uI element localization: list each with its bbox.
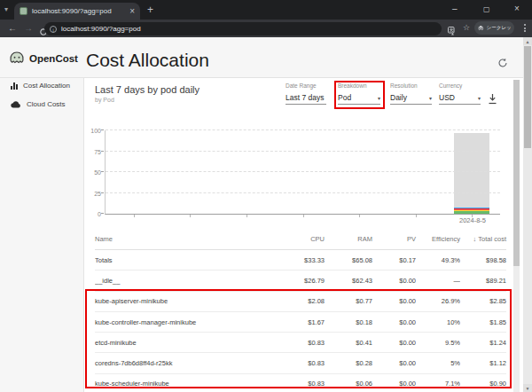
- table-row[interactable]: __idle__$26.79$62.43$0.00—$89.21: [95, 270, 506, 291]
- address-bar[interactable]: i localhost:9090/?agg=pod: [44, 22, 442, 35]
- cell-cpu: $0.83: [271, 359, 325, 367]
- y-tick-label: 100: [78, 128, 101, 134]
- cell-pv: $0.00: [372, 380, 416, 388]
- y-tick-label: 50: [78, 169, 101, 176]
- cell-name: coredns-7db6d8ff4d-r25kk: [95, 359, 271, 367]
- cell-pv: $0.00: [372, 318, 416, 326]
- report-title: Last 7 days by pod daily: [95, 84, 200, 95]
- url-text[interactable]: localhost:9090/?agg=pod: [61, 25, 141, 33]
- bookmark-star-icon[interactable]: ☆: [463, 23, 470, 32]
- resolution-value: Daily: [390, 93, 407, 102]
- currency-select[interactable]: Currency USD▾: [439, 82, 481, 105]
- cell-cpu: $0.83: [271, 380, 325, 388]
- cell-total: $89.21: [460, 277, 506, 285]
- window-minimize-button[interactable]: –: [452, 4, 458, 14]
- sidebar: [0, 78, 84, 392]
- forward-icon[interactable]: →: [24, 23, 33, 34]
- table-row[interactable]: kube-controller-manager-minikube$1.67$0.…: [95, 312, 506, 333]
- col-header-pv[interactable]: PV: [372, 235, 416, 243]
- browser-scrollbar[interactable]: ▲ ▼: [523, 37, 532, 392]
- incognito-label: シークレット: [487, 25, 511, 31]
- refresh-button[interactable]: [497, 56, 508, 72]
- cell-pv: $0.00: [372, 297, 416, 305]
- table-row[interactable]: coredns-7db6d8ff4d-r25kk$0.83$0.28$0.005…: [95, 353, 506, 373]
- cell-total: $1.85: [460, 318, 506, 326]
- cell-pv: $0.17: [372, 256, 416, 264]
- col-header-efficiency[interactable]: Efficiency: [416, 235, 460, 243]
- table-row[interactable]: kube-apiserver-minikube$2.08$0.77$0.0026…: [95, 292, 506, 312]
- cell-total: $98.58: [460, 256, 506, 264]
- table-row[interactable]: kube-scheduler-minikube$0.83$0.06$0.007.…: [95, 374, 506, 392]
- cell-efficiency: 10%: [416, 318, 460, 326]
- cell-total: $0.90: [460, 380, 506, 388]
- cell-pv: $0.00: [372, 277, 416, 285]
- cell-total: $1.12: [460, 359, 506, 367]
- table-row[interactable]: etcd-minikube$0.83$0.41$0.009.5%$1.24: [95, 333, 506, 353]
- x-tick: [190, 215, 191, 217]
- date-range-label: Date Range: [286, 82, 326, 89]
- chevron-down-icon: ▾: [478, 95, 481, 101]
- new-tab-button[interactable]: +: [147, 4, 153, 16]
- breakdown-select[interactable]: Breakdown Pod▾: [338, 82, 380, 105]
- sidebar-item-cost-allocation[interactable]: Cost Allocation: [0, 76, 84, 95]
- x-axis-label: 2024-8-5: [433, 216, 512, 224]
- cell-name: kube-controller-manager-minikube: [95, 318, 271, 326]
- incognito-icon: [478, 25, 484, 31]
- browser-tab[interactable]: localhost:9090/?agg=pod ×: [14, 3, 140, 20]
- content-scrollbar[interactable]: [513, 80, 520, 392]
- sidebar-item-label: Cost Allocation: [23, 82, 70, 90]
- cell-cpu: $2.08: [271, 297, 325, 305]
- cell-name: kube-scheduler-minikube: [95, 380, 271, 388]
- cell-efficiency: 7.1%: [416, 380, 460, 388]
- tab-title: localhost:9090/?agg=pod: [32, 7, 125, 15]
- col-header-ram[interactable]: RAM: [325, 235, 372, 243]
- table-row[interactable]: Totals$33.33$65.08$0.1749.3%$98.58: [95, 250, 506, 270]
- cell-ram: $0.77: [325, 297, 372, 305]
- x-tick: [416, 215, 417, 217]
- y-tick-label: 0: [78, 211, 101, 217]
- cloud-icon: [11, 101, 21, 108]
- opencost-logo-icon: [8, 51, 26, 67]
- bar-segment-__idle__[interactable]: [454, 133, 489, 208]
- back-icon[interactable]: ←: [8, 23, 17, 34]
- cell-efficiency: 5%: [416, 359, 460, 367]
- col-header-cpu[interactable]: CPU: [271, 235, 325, 243]
- x-tick: [303, 215, 304, 217]
- content-scrollbar-thumb[interactable]: [513, 80, 520, 266]
- browser-menu-icon[interactable]: [524, 24, 526, 32]
- gridline: [106, 192, 500, 193]
- scroll-down-icon[interactable]: ▼: [523, 384, 532, 392]
- chart-plot: [105, 130, 500, 215]
- report-subtitle: by Pod: [95, 97, 114, 103]
- table-header: Name CPU RAM PV Efficiency ↓ Total cost: [95, 229, 506, 250]
- cell-efficiency: 9.5%: [416, 339, 460, 347]
- date-range-select[interactable]: Date Range Last 7 days: [286, 82, 326, 105]
- stacked-bar[interactable]: [454, 133, 489, 214]
- currency-value: USD: [439, 93, 455, 102]
- brand-name: OpenCost: [29, 53, 78, 64]
- window-close-button[interactable]: ×: [514, 4, 520, 14]
- incognito-badge: シークレット: [474, 21, 514, 35]
- download-button[interactable]: [488, 92, 497, 108]
- app-header: [0, 37, 532, 78]
- cell-cpu: $1.67: [271, 318, 325, 326]
- tab-close-icon[interactable]: ×: [129, 7, 135, 16]
- resolution-label: Resolution: [390, 82, 432, 89]
- cell-ram: $0.41: [325, 339, 372, 347]
- tab-search-chevron-icon[interactable]: ▾: [4, 5, 8, 13]
- cell-name: Totals: [95, 256, 271, 264]
- browser-scrollbar-thumb[interactable]: [524, 46, 531, 148]
- cell-efficiency: 49.3%: [416, 256, 460, 264]
- col-header-total-cost[interactable]: ↓ Total cost: [460, 235, 506, 243]
- bar-segment-kube-apiserver-minikube[interactable]: [454, 211, 489, 214]
- window-maximize-button[interactable]: ▢: [483, 4, 490, 15]
- resolution-select[interactable]: Resolution Daily▾: [390, 82, 432, 105]
- col-header-name[interactable]: Name: [95, 235, 271, 243]
- scroll-up-icon[interactable]: ▲: [523, 37, 532, 45]
- opencost-brand[interactable]: OpenCost: [8, 51, 78, 67]
- site-info-icon[interactable]: i: [50, 26, 57, 33]
- x-tick: [134, 215, 135, 217]
- sidebar-item-cloud-costs[interactable]: Cloud Costs: [0, 95, 84, 114]
- chevron-down-icon: ▾: [378, 95, 380, 101]
- gridline: [106, 129, 500, 130]
